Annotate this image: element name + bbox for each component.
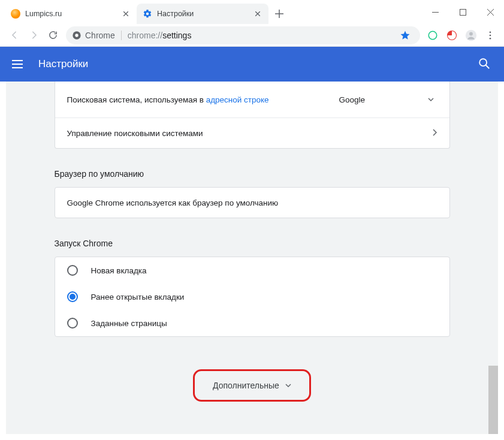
window-close-button[interactable] (476, 2, 504, 22)
tab-settings[interactable]: Настройки (137, 4, 268, 24)
search-engine-label: Поисковая система, используемая в адресн… (67, 95, 336, 104)
settings-content: Поисковая система, используемая в адресн… (55, 82, 450, 432)
manage-search-label: Управление поисковыми системами (67, 129, 433, 138)
profile-avatar-icon[interactable] (462, 26, 480, 44)
settings-header: Настройки (0, 47, 504, 82)
extension-icon-1[interactable] (424, 26, 442, 44)
radio-label: Новая вкладка (91, 266, 147, 275)
tab-title: Lumpics.ru (25, 10, 121, 18)
search-engine-value: Google (339, 95, 366, 104)
page-title: Настройки (38, 58, 478, 70)
back-button[interactable] (5, 26, 24, 45)
startup-option-continue[interactable]: Ранее открытые вкладки (55, 284, 449, 310)
startup-option-pages[interactable]: Заданные страницы (55, 310, 449, 336)
radio-icon (67, 265, 78, 276)
omnibox-chip: Chrome (72, 31, 122, 40)
advanced-toggle-button[interactable]: Дополнительные (200, 375, 304, 396)
address-bar[interactable]: Chrome chrome://settings (66, 26, 420, 44)
extension-icon-2[interactable] (443, 26, 461, 44)
manage-search-engines-row[interactable]: Управление поисковыми системами (55, 118, 449, 148)
search-engine-card: Поисковая система, используемая в адресн… (55, 82, 450, 149)
omnibox-chip-text: Chrome (85, 31, 115, 40)
advanced-highlight: Дополнительные (193, 369, 311, 402)
hamburger-menu-icon[interactable] (12, 57, 26, 71)
lumpics-favicon-icon (11, 9, 20, 19)
advanced-label: Дополнительные (213, 381, 279, 390)
svg-point-17 (490, 34, 491, 36)
svg-line-20 (486, 65, 490, 69)
startup-heading: Запуск Chrome (55, 233, 450, 257)
settings-favicon-icon (143, 9, 152, 19)
radio-icon (67, 318, 78, 329)
search-engine-select[interactable]: Google (336, 90, 437, 109)
chevron-down-icon (285, 381, 291, 390)
svg-point-19 (479, 59, 487, 66)
address-bar-link[interactable]: адресной строке (206, 95, 269, 104)
default-browser-heading: Браузер по умолчанию (55, 163, 450, 187)
tab-title: Настройки (157, 10, 253, 18)
scrollbar-thumb[interactable] (488, 366, 498, 434)
svg-point-18 (490, 37, 491, 39)
default-browser-card: Google Chrome используется как браузер п… (55, 187, 450, 218)
forward-button[interactable] (24, 26, 43, 45)
radio-icon (67, 291, 78, 302)
startup-option-new-tab[interactable]: Новая вкладка (55, 257, 449, 284)
search-engine-row: Поисковая система, используемая в адресн… (55, 82, 449, 118)
default-browser-row: Google Chrome используется как браузер п… (55, 188, 449, 218)
window-minimize-button[interactable] (421, 2, 449, 22)
omnibox-url: chrome://settings (128, 31, 192, 40)
default-browser-text: Google Chrome используется как браузер п… (67, 198, 279, 207)
chevron-down-icon (428, 95, 434, 104)
search-icon[interactable] (478, 57, 492, 71)
svg-point-11 (75, 34, 78, 37)
svg-rect-1 (460, 9, 466, 15)
svg-point-16 (490, 31, 491, 33)
chevron-right-icon (433, 129, 437, 138)
new-tab-button[interactable] (271, 5, 288, 22)
browser-toolbar: Chrome chrome://settings (0, 24, 504, 47)
radio-label: Ранее открытые вкладки (91, 293, 185, 302)
tab-lumpics[interactable]: Lumpics.ru (5, 4, 137, 24)
reload-button[interactable] (43, 26, 62, 45)
window-maximize-button[interactable] (449, 2, 476, 22)
bookmark-star-icon[interactable] (396, 26, 414, 44)
chrome-icon (72, 31, 82, 40)
svg-point-12 (428, 31, 437, 40)
svg-point-15 (469, 32, 473, 35)
startup-card: Новая вкладка Ранее открытые вкладки Зад… (55, 257, 450, 337)
close-tab-icon[interactable] (253, 9, 262, 19)
close-tab-icon[interactable] (121, 9, 131, 19)
radio-label: Заданные страницы (91, 319, 167, 328)
chrome-menu-button[interactable] (481, 26, 499, 44)
